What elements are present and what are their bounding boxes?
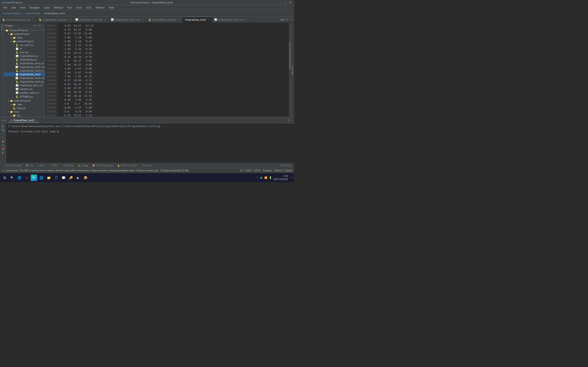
run-trash-icon[interactable]: 🗑 — [2, 151, 4, 154]
maximize-button[interactable]: □ — [284, 1, 287, 4]
run-play-icon[interactable]: ▶ — [2, 124, 4, 128]
run-scroll-down-icon[interactable]: ↓ — [2, 133, 4, 135]
tab-close[interactable]: ✕ — [142, 18, 144, 21]
menu-run[interactable]: Run — [66, 6, 74, 9]
run-minimize-icon[interactable]: ─ — [291, 119, 293, 122]
breadcrumb-file[interactable]: OriginalData_text3 — [44, 12, 65, 15]
toolbar-run[interactable]: ▶ Run — [36, 164, 46, 167]
structure-sidebar[interactable]: Structure — [291, 23, 294, 117]
tree-pythonproject1[interactable]: ▶ 📁 pythonProject1 — [4, 40, 45, 43]
show-desktop[interactable]: □ — [290, 176, 293, 179]
tree-lib[interactable]: ▶ 📁 Lib — [4, 114, 45, 117]
tree-originaldata-text2-csv[interactable]: 📊 OriginalData_text2.csv — [4, 65, 45, 69]
toolbar-version-control[interactable]: ⎇ Version Control — [1, 164, 24, 167]
taskbar-search[interactable]: 🔍 — [9, 175, 15, 181]
run-filter-icon[interactable]: ▦ — [2, 140, 4, 143]
tab-origindata-text1-csv[interactable]: 📊 OriginData_text1.csv ✕ — [73, 17, 109, 23]
tree-main-py2[interactable]: 🐍 main.py — [4, 106, 45, 110]
tree-idea2[interactable]: ▶ 📁 .idea — [4, 102, 45, 106]
close-button[interactable]: ✕ — [288, 1, 292, 4]
toolbar-todo[interactable]: ✓ TODO — [47, 164, 60, 167]
expand-icon[interactable]: ≡ — [36, 24, 38, 27]
tree-caoniao-py[interactable]: 🐍 菜鸟教程.py — [4, 94, 45, 99]
gear-icon[interactable]: ⚙ — [39, 24, 41, 27]
menu-file[interactable]: File — [1, 6, 9, 9]
window-controls[interactable]: ─ □ ✕ — [279, 1, 292, 4]
menu-code[interactable]: Code — [42, 6, 52, 9]
clock[interactable]: 0:38 ESD 2022/2/9 — [274, 175, 288, 181]
run-tab-active[interactable]: ▶ OriginalData_text3 ✕ — [9, 118, 39, 123]
tree-idea[interactable]: ▶ 📁 .idea — [4, 36, 45, 40]
menu-tools[interactable]: Tools — [74, 6, 84, 9]
menu-refactor[interactable]: Refactor — [52, 6, 65, 9]
python-version[interactable]: Python 3.7 (base) — [274, 169, 292, 172]
tab-originaldata-text3-py[interactable]: 🐍 OriginalData_text3.py ✕ — [146, 17, 183, 23]
taskbar-app-music[interactable]: 🎵 — [53, 175, 59, 181]
run-tab-close[interactable]: ✕ — [35, 119, 37, 121]
menu-help[interactable]: Help — [107, 6, 116, 9]
taskbar-app-edge[interactable]: 🌐 — [38, 175, 44, 181]
scrollbar-track[interactable] — [289, 23, 291, 117]
menu-navigate[interactable]: Navigate — [27, 6, 41, 9]
tab-close[interactable]: ✕ — [69, 18, 70, 21]
tab-close[interactable]: ✕ — [245, 18, 247, 21]
menu-view[interactable]: View — [18, 6, 27, 9]
favorites-icon[interactable]: ★ — [0, 32, 3, 35]
tray-battery[interactable]: 🔋 — [269, 176, 272, 179]
toolbar-python-console[interactable]: 🐍 Python Console — [115, 164, 139, 167]
run-wrench-icon[interactable]: 🔧 — [1, 129, 5, 132]
tab-close[interactable]: ✕ — [32, 18, 34, 21]
tree-venv[interactable]: ▼ 📁 venv — [4, 110, 45, 114]
tree-originaldata-text3[interactable]: 📄 OriginalData_text3 — [4, 73, 45, 76]
tree-csv-text1-py[interactable]: 🐍 csv_text1.py — [4, 43, 45, 47]
tab-close-active[interactable]: ✕ — [208, 19, 209, 21]
tab-originaldata-text2-csv[interactable]: 📊 OriginalData_text2.csv ✕ — [109, 17, 146, 23]
taskbar-app-chat[interactable]: 💬 — [60, 175, 67, 181]
line-ending[interactable]: CRLF — [246, 169, 251, 172]
start-button[interactable]: ⊞ — [1, 175, 8, 181]
taskbar-app-explorer[interactable]: 📁 — [45, 175, 52, 181]
taskbar-app-key[interactable]: 🔑 — [68, 175, 74, 181]
tray-network[interactable]: 📶 — [264, 176, 267, 179]
toolbar-terminal[interactable]: ▪ Terminal — [139, 164, 153, 167]
close-panel-icon[interactable]: ─ — [42, 24, 43, 27]
tray-speaker[interactable]: 🔊 — [260, 176, 262, 179]
breadcrumb-pycharmprojects[interactable]: PycharmProjects — [2, 12, 21, 15]
run-list-icon[interactable]: ≡ — [2, 136, 3, 139]
toolbar-debug[interactable]: 🐛 Debug — [76, 164, 90, 167]
tab-originaldata-text3-csv[interactable]: 📊 OriginalData_text3.csv ✕ — [212, 17, 250, 23]
project-icon[interactable]: Project — [0, 23, 3, 32]
tree-pythonproject3[interactable]: ▶ 📁 pythonProject3 — [4, 99, 45, 102]
toolbar-python-packages[interactable]: 📦 Python Packages — [90, 164, 115, 167]
breadcrumb-pythonproject[interactable]: pythonProject — [25, 12, 40, 15]
menu-window[interactable]: Window — [94, 6, 106, 9]
tree-df[interactable]: 📄 df — [4, 47, 45, 50]
taskbar-app-pycharm[interactable]: Py — [31, 175, 37, 181]
tree-originaldata-text3-csv[interactable]: 📊 OriginalData_text3.csv — [4, 76, 45, 80]
toolbar-problems[interactable]: ⚠ Problems — [60, 164, 76, 167]
tree-originaldata-text1-py[interactable]: 🐍 OriginalData_text1.py — [4, 61, 45, 65]
tree-pycharmprojects[interactable]: ▼ 📁 PycharmProjects C:\Users\Anan\Pychar… — [4, 28, 45, 32]
menu-edit[interactable]: Edit — [10, 6, 18, 9]
run-settings-icon[interactable]: ⚙ — [288, 119, 290, 122]
tree-supplier-data-csv[interactable]: 📊 supplier_data.csv — [4, 91, 45, 94]
encoding[interactable]: UTF-8 — [254, 169, 260, 172]
cursor-position[interactable]: 1:1 — [240, 169, 243, 172]
tab-close[interactable]: ✕ — [178, 18, 180, 21]
scrollbar-thumb[interactable] — [289, 42, 291, 70]
minimize-button[interactable]: ─ — [279, 1, 283, 4]
tree-originaldata-text3-py[interactable]: 🐍 OriginalData_text3.py — [4, 80, 45, 83]
tab-originaldata-text1-py[interactable]: 🐍 OriginalData_text1.py ✕ — [0, 17, 36, 23]
tree-supplier-csv[interactable]: 📊 supplier.csv — [4, 87, 45, 91]
tab-close[interactable]: ✕ — [104, 18, 106, 21]
settings-icon[interactable]: ⚙ — [34, 24, 36, 27]
tree-origindata-text1-csv[interactable]: 📊 OriginData_text1.csv — [4, 83, 45, 87]
run-pin-icon[interactable]: 📌 — [1, 148, 5, 150]
tab-originaldata-text3[interactable]: OriginalData_text3 ✕ — [183, 17, 212, 23]
taskbar-app-play[interactable]: ▶ — [75, 175, 81, 181]
tree-main-py[interactable]: 🐍 main.py — [4, 50, 45, 54]
taskbar-app-ie[interactable]: 🌐 — [16, 175, 23, 181]
structure-label[interactable]: Structure — [291, 65, 294, 75]
tree-pythonproject[interactable]: ▼ 📁 pythonProject — [4, 32, 45, 36]
toolbar-find[interactable]: 🔍 Find — [24, 164, 35, 167]
